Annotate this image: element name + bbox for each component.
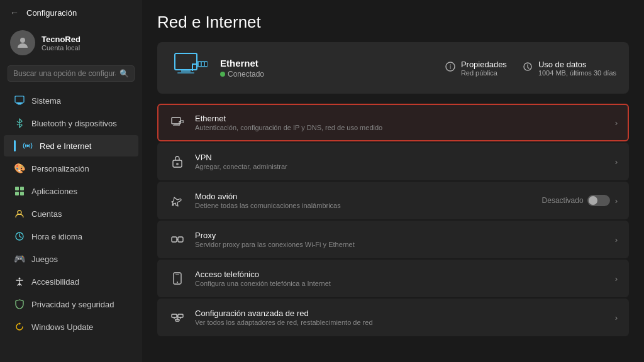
- telefonico-item-right: ›: [615, 274, 618, 283]
- properties-text: Propiedades Red pública: [461, 60, 507, 77]
- svg-rect-34: [175, 274, 179, 275]
- settings-item-vpn[interactable]: VPN Agregar, conectar, administrar ›: [157, 143, 629, 180]
- ethernet-item-text: Ethernet Autenticación, configuración de…: [195, 114, 606, 131]
- telefonico-item-title: Acceso telefónico: [195, 270, 606, 279]
- usage-sub: 1004 MB, últimos 30 días: [538, 69, 616, 77]
- cuentas-icon: [14, 208, 25, 219]
- usage-text: Uso de datos 1004 MB, últimos 30 días: [538, 60, 616, 77]
- svg-rect-23: [180, 120, 184, 123]
- svg-text:i: i: [450, 63, 451, 70]
- privacidad-icon: [14, 299, 25, 310]
- bluetooth-icon: [14, 118, 25, 129]
- svg-point-29: [176, 163, 179, 165]
- windows-update-icon: [14, 321, 25, 332]
- sidebar-item-personalizacion[interactable]: 🎨 Personalización: [4, 158, 138, 179]
- svg-rect-1: [15, 96, 24, 102]
- sidebar-title: Configuración: [26, 8, 77, 18]
- sistema-icon: [14, 95, 25, 106]
- proxy-item-desc: Servidor proxy para las conexiones Wi-Fi…: [195, 241, 606, 248]
- sidebar-item-aplicaciones[interactable]: Aplicaciones: [4, 180, 138, 202]
- proxy-item-text: Proxy Servidor proxy para las conexiones…: [195, 231, 606, 248]
- avion-item-text: Modo avión Detiene todas las comunicacio…: [195, 192, 533, 209]
- page-title: Red e Internet: [157, 13, 629, 32]
- avion-item-desc: Detiene todas las comunicaciones inalámb…: [195, 202, 533, 209]
- telefonico-item-icon: [169, 270, 186, 287]
- properties-icon: i: [445, 61, 456, 75]
- sidebar-item-windows-update[interactable]: Windows Update: [4, 316, 138, 337]
- avion-toggle-label: Desactivado: [542, 196, 584, 205]
- sidebar-label-personalizacion: Personalización: [31, 164, 89, 173]
- svg-rect-30: [172, 237, 177, 242]
- sidebar-item-bluetooth[interactable]: Bluetooth y dispositivos: [4, 112, 138, 134]
- svg-rect-31: [178, 237, 183, 242]
- hero-status-label: Conectado: [228, 70, 264, 79]
- sidebar-label-bluetooth: Bluetooth y dispositivos: [31, 119, 117, 128]
- svg-point-33: [177, 282, 178, 283]
- svg-rect-27: [173, 125, 179, 126]
- hero-meta: i Propiedades Red pública Uso de datos 1…: [445, 60, 616, 77]
- user-name: TecnoRed: [42, 35, 80, 44]
- proxy-item-icon: [169, 231, 186, 248]
- search-box[interactable]: 🔍: [8, 65, 135, 82]
- hero-title: Ethernet: [220, 58, 283, 69]
- svg-rect-12: [175, 53, 197, 70]
- vpn-chevron: ›: [615, 157, 618, 167]
- sidebar-label-hora: Hora e idioma: [31, 232, 82, 241]
- ethernet-item-title: Ethernet: [195, 114, 606, 123]
- sidebar-item-hora[interactable]: Hora e idioma: [4, 226, 138, 247]
- main-content: Red e Internet Ethernet Conectado: [142, 0, 644, 362]
- svg-rect-16: [199, 62, 201, 66]
- hero-status: Conectado: [220, 70, 283, 79]
- sidebar-header: ← Configuración: [0, 0, 142, 25]
- sidebar-item-red[interactable]: Red e Internet: [4, 135, 138, 156]
- avion-item-title: Modo avión: [195, 192, 533, 201]
- settings-item-ethernet[interactable]: Ethernet Autenticación, configuración de…: [157, 104, 629, 141]
- back-button[interactable]: ←: [10, 8, 19, 18]
- vpn-item-title: VPN: [195, 153, 606, 162]
- avion-item-right[interactable]: Desactivado ›: [542, 195, 618, 206]
- svg-point-11: [19, 278, 21, 280]
- vpn-item-right: ›: [615, 157, 618, 167]
- sidebar-item-cuentas[interactable]: Cuentas: [4, 203, 138, 224]
- sidebar-label-cuentas: Cuentas: [31, 209, 62, 219]
- sidebar-item-sistema[interactable]: Sistema: [4, 90, 138, 111]
- avion-toggle-switch[interactable]: [587, 195, 610, 206]
- svg-rect-7: [15, 192, 19, 195]
- svg-rect-37: [175, 319, 179, 321]
- user-info: TecnoRed Cuenta local: [42, 35, 80, 52]
- sidebar-label-privacidad: Privacidad y seguridad: [31, 300, 114, 309]
- sidebar-item-privacidad[interactable]: Privacidad y seguridad: [4, 293, 138, 315]
- search-input[interactable]: [13, 69, 116, 78]
- svg-rect-18: [205, 62, 207, 66]
- settings-item-modo-avion[interactable]: Modo avión Detiene todas las comunicacio…: [157, 182, 629, 219]
- svg-rect-3: [16, 103, 23, 104]
- sidebar-label-accesibilidad: Accesibilidad: [31, 277, 79, 287]
- settings-item-config-avanzada[interactable]: Configuración avanzada de red Ver todos …: [157, 299, 629, 336]
- sidebar: ← Configuración TecnoRed Cuenta local 🔍 …: [0, 0, 142, 362]
- telefonico-chevron: ›: [615, 274, 618, 283]
- svg-rect-14: [177, 72, 194, 74]
- sidebar-label-windows-update: Windows Update: [31, 322, 93, 332]
- proxy-chevron: ›: [615, 235, 618, 244]
- sidebar-label-juegos: Juegos: [31, 255, 58, 264]
- hora-icon: [14, 231, 25, 242]
- sidebar-item-accesibilidad[interactable]: Accesibilidad: [4, 271, 138, 292]
- user-section: TecnoRed Cuenta local: [0, 25, 142, 63]
- ethernet-item-icon: [169, 114, 186, 131]
- avanzada-item-right: ›: [615, 313, 618, 322]
- settings-item-acceso-telefonico[interactable]: Acceso telefónico Configura una conexión…: [157, 260, 629, 297]
- nav-items: Sistema Bluetooth y dispositivos Red e I…: [0, 89, 142, 362]
- ethernet-item-desc: Autenticación, configuración de IP y DNS…: [195, 124, 606, 131]
- sidebar-label-aplicaciones: Aplicaciones: [31, 187, 77, 196]
- svg-rect-24: [181, 121, 182, 123]
- usage-label: Uso de datos: [538, 60, 616, 69]
- ethernet-item-right: ›: [615, 118, 618, 128]
- svg-rect-36: [178, 314, 183, 317]
- sidebar-item-juegos[interactable]: 🎮 Juegos: [4, 248, 138, 270]
- svg-point-9: [18, 211, 21, 214]
- active-indicator: [14, 140, 16, 151]
- accesibilidad-icon: [14, 276, 25, 287]
- avanzada-item-icon: [169, 309, 186, 326]
- settings-item-proxy[interactable]: Proxy Servidor proxy para las conexiones…: [157, 221, 629, 258]
- avion-toggle-container[interactable]: Desactivado: [542, 195, 610, 206]
